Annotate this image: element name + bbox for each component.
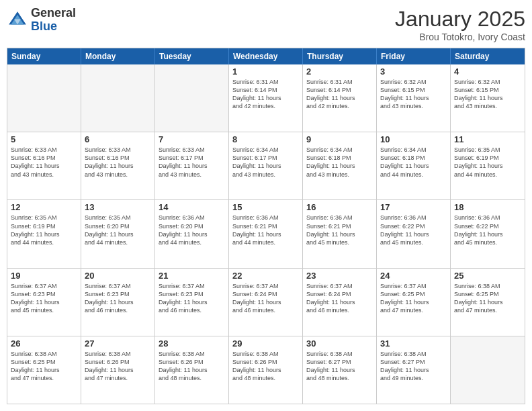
- cal-cell-w2-d0: 12Sunrise: 6:35 AM Sunset: 6:19 PM Dayli…: [7, 200, 81, 267]
- logo-icon: [7, 9, 28, 31]
- week-row-3: 19Sunrise: 6:37 AM Sunset: 6:23 PM Dayli…: [7, 268, 525, 336]
- cal-cell-w0-d2: [155, 64, 229, 132]
- day-num-25: 25: [454, 271, 521, 281]
- day-num-31: 31: [380, 338, 447, 349]
- day-info-5: Sunrise: 6:33 AM Sunset: 6:16 PM Dayligh…: [11, 146, 77, 179]
- cal-cell-w3-d4: 23Sunrise: 6:37 AM Sunset: 6:24 PM Dayli…: [303, 269, 377, 336]
- day-info-30: Sunrise: 6:38 AM Sunset: 6:27 PM Dayligh…: [306, 350, 373, 383]
- header-thursday: Thursday: [303, 48, 377, 64]
- day-info-16: Sunrise: 6:36 AM Sunset: 6:21 PM Dayligh…: [306, 214, 373, 246]
- day-num-5: 5: [11, 134, 77, 144]
- day-info-19: Sunrise: 6:37 AM Sunset: 6:23 PM Dayligh…: [11, 282, 77, 315]
- logo-blue-text: Blue: [31, 19, 57, 33]
- day-info-7: Sunrise: 6:33 AM Sunset: 6:17 PM Dayligh…: [159, 146, 225, 179]
- day-info-20: Sunrise: 6:37 AM Sunset: 6:23 PM Dayligh…: [85, 282, 151, 315]
- day-info-31: Sunrise: 6:38 AM Sunset: 6:27 PM Dayligh…: [380, 350, 447, 383]
- day-info-22: Sunrise: 6:37 AM Sunset: 6:24 PM Dayligh…: [232, 282, 299, 315]
- header: General Blue January 2025 Brou Totokro, …: [7, 7, 525, 42]
- day-info-23: Sunrise: 6:37 AM Sunset: 6:24 PM Dayligh…: [306, 282, 373, 315]
- cal-cell-w1-d3: 8Sunrise: 6:34 AM Sunset: 6:17 PM Daylig…: [229, 132, 303, 199]
- day-info-26: Sunrise: 6:38 AM Sunset: 6:25 PM Dayligh…: [11, 350, 77, 383]
- cal-cell-w2-d5: 17Sunrise: 6:36 AM Sunset: 6:22 PM Dayli…: [377, 200, 451, 267]
- month-title: January 2025: [395, 7, 525, 32]
- week-row-4: 26Sunrise: 6:38 AM Sunset: 6:25 PM Dayli…: [7, 336, 525, 404]
- day-num-6: 6: [85, 134, 151, 144]
- day-info-18: Sunrise: 6:36 AM Sunset: 6:22 PM Dayligh…: [454, 214, 521, 246]
- header-friday: Friday: [377, 48, 451, 64]
- cal-cell-w3-d2: 21Sunrise: 6:37 AM Sunset: 6:23 PM Dayli…: [155, 269, 229, 336]
- cal-cell-w0-d3: 1Sunrise: 6:31 AM Sunset: 6:14 PM Daylig…: [229, 64, 303, 132]
- day-num-29: 29: [232, 338, 299, 349]
- calendar: Sunday Monday Tuesday Wednesday Thursday…: [7, 48, 525, 404]
- day-num-18: 18: [454, 202, 521, 212]
- day-info-13: Sunrise: 6:35 AM Sunset: 6:20 PM Dayligh…: [85, 214, 151, 246]
- cal-cell-w2-d6: 18Sunrise: 6:36 AM Sunset: 6:22 PM Dayli…: [451, 200, 525, 267]
- cal-cell-w3-d3: 22Sunrise: 6:37 AM Sunset: 6:24 PM Dayli…: [229, 269, 303, 336]
- cal-cell-w4-d6: [451, 336, 525, 404]
- header-wednesday: Wednesday: [229, 48, 303, 64]
- cal-cell-w4-d4: 30Sunrise: 6:38 AM Sunset: 6:27 PM Dayli…: [303, 336, 377, 404]
- day-num-15: 15: [232, 202, 299, 212]
- cal-cell-w0-d0: [7, 64, 81, 132]
- day-info-2: Sunrise: 6:31 AM Sunset: 6:14 PM Dayligh…: [306, 78, 373, 111]
- cal-cell-w3-d0: 19Sunrise: 6:37 AM Sunset: 6:23 PM Dayli…: [7, 269, 81, 336]
- day-num-23: 23: [306, 271, 373, 281]
- logo: General Blue: [7, 7, 76, 34]
- cal-cell-w2-d3: 15Sunrise: 6:36 AM Sunset: 6:21 PM Dayli…: [229, 200, 303, 267]
- week-row-0: 1Sunrise: 6:31 AM Sunset: 6:14 PM Daylig…: [7, 64, 525, 132]
- day-num-7: 7: [159, 134, 225, 144]
- cal-cell-w2-d4: 16Sunrise: 6:36 AM Sunset: 6:21 PM Dayli…: [303, 200, 377, 267]
- cal-cell-w1-d0: 5Sunrise: 6:33 AM Sunset: 6:16 PM Daylig…: [7, 132, 81, 199]
- cal-cell-w1-d2: 7Sunrise: 6:33 AM Sunset: 6:17 PM Daylig…: [155, 132, 229, 199]
- cal-cell-w0-d5: 3Sunrise: 6:32 AM Sunset: 6:15 PM Daylig…: [377, 64, 451, 132]
- week-row-2: 12Sunrise: 6:35 AM Sunset: 6:19 PM Dayli…: [7, 199, 525, 267]
- header-tuesday: Tuesday: [155, 48, 229, 64]
- day-num-30: 30: [306, 338, 373, 349]
- cal-cell-w4-d1: 27Sunrise: 6:38 AM Sunset: 6:26 PM Dayli…: [81, 336, 155, 404]
- day-info-25: Sunrise: 6:38 AM Sunset: 6:25 PM Dayligh…: [454, 282, 521, 315]
- day-info-9: Sunrise: 6:34 AM Sunset: 6:18 PM Dayligh…: [306, 146, 373, 179]
- day-num-2: 2: [306, 66, 373, 77]
- calendar-body: 1Sunrise: 6:31 AM Sunset: 6:14 PM Daylig…: [7, 64, 525, 404]
- day-num-4: 4: [454, 66, 521, 77]
- day-num-11: 11: [454, 134, 521, 144]
- day-info-28: Sunrise: 6:38 AM Sunset: 6:26 PM Dayligh…: [159, 350, 225, 383]
- header-saturday: Saturday: [451, 48, 525, 64]
- day-num-19: 19: [11, 271, 77, 281]
- day-num-17: 17: [380, 202, 447, 212]
- day-num-21: 21: [159, 271, 225, 281]
- cal-cell-w2-d1: 13Sunrise: 6:35 AM Sunset: 6:20 PM Dayli…: [81, 200, 155, 267]
- day-info-24: Sunrise: 6:37 AM Sunset: 6:25 PM Dayligh…: [380, 282, 447, 315]
- day-info-14: Sunrise: 6:36 AM Sunset: 6:20 PM Dayligh…: [159, 214, 225, 246]
- calendar-header: Sunday Monday Tuesday Wednesday Thursday…: [7, 48, 525, 64]
- day-num-8: 8: [232, 134, 299, 144]
- day-info-8: Sunrise: 6:34 AM Sunset: 6:17 PM Dayligh…: [232, 146, 299, 179]
- day-num-26: 26: [11, 338, 77, 349]
- day-num-10: 10: [380, 134, 447, 144]
- day-info-1: Sunrise: 6:31 AM Sunset: 6:14 PM Dayligh…: [232, 78, 299, 111]
- title-section: January 2025 Brou Totokro, Ivory Coast: [395, 7, 525, 42]
- day-info-17: Sunrise: 6:36 AM Sunset: 6:22 PM Dayligh…: [380, 214, 447, 246]
- day-info-4: Sunrise: 6:32 AM Sunset: 6:15 PM Dayligh…: [454, 78, 521, 111]
- cal-cell-w4-d5: 31Sunrise: 6:38 AM Sunset: 6:27 PM Dayli…: [377, 336, 451, 404]
- day-num-20: 20: [85, 271, 151, 281]
- header-monday: Monday: [81, 48, 155, 64]
- cal-cell-w0-d6: 4Sunrise: 6:32 AM Sunset: 6:15 PM Daylig…: [451, 64, 525, 132]
- logo-general-text: General: [31, 6, 76, 19]
- day-info-21: Sunrise: 6:37 AM Sunset: 6:23 PM Dayligh…: [159, 282, 225, 315]
- cal-cell-w0-d1: [81, 64, 155, 132]
- day-num-27: 27: [85, 338, 151, 349]
- day-info-3: Sunrise: 6:32 AM Sunset: 6:15 PM Dayligh…: [380, 78, 447, 111]
- day-info-10: Sunrise: 6:34 AM Sunset: 6:18 PM Dayligh…: [380, 146, 447, 179]
- logo-text: General Blue: [31, 7, 76, 34]
- day-num-28: 28: [159, 338, 225, 349]
- cal-cell-w2-d2: 14Sunrise: 6:36 AM Sunset: 6:20 PM Dayli…: [155, 200, 229, 267]
- page: General Blue January 2025 Brou Totokro, …: [0, 0, 532, 411]
- day-info-29: Sunrise: 6:38 AM Sunset: 6:26 PM Dayligh…: [232, 350, 299, 383]
- day-info-27: Sunrise: 6:38 AM Sunset: 6:26 PM Dayligh…: [85, 350, 151, 383]
- day-num-14: 14: [159, 202, 225, 212]
- cal-cell-w1-d1: 6Sunrise: 6:33 AM Sunset: 6:16 PM Daylig…: [81, 132, 155, 199]
- day-info-11: Sunrise: 6:35 AM Sunset: 6:19 PM Dayligh…: [454, 146, 521, 179]
- day-num-24: 24: [380, 271, 447, 281]
- cal-cell-w4-d3: 29Sunrise: 6:38 AM Sunset: 6:26 PM Dayli…: [229, 336, 303, 404]
